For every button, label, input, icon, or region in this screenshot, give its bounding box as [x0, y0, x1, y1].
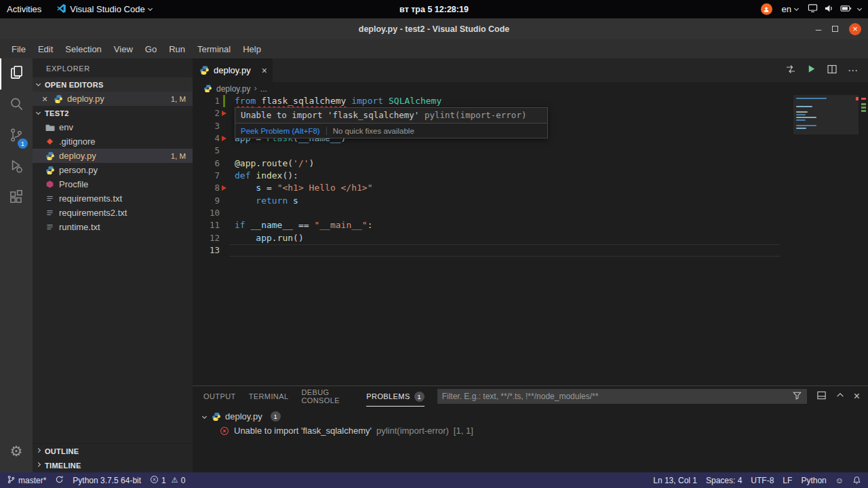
keyboard-layout-indicator[interactable]: en — [782, 4, 798, 14]
problems-filter-box[interactable] — [437, 389, 807, 404]
menu-terminal[interactable]: Terminal — [191, 44, 237, 54]
minimap-line — [796, 117, 816, 118]
notification-indicator[interactable] — [761, 3, 772, 15]
more-actions-icon[interactable]: ⋯ — [848, 64, 859, 77]
menu-go[interactable]: Go — [139, 44, 163, 54]
error-hover-tooltip[interactable]: Unable to import 'flask_sqlalchemy' pyli… — [235, 107, 548, 138]
open-changes-icon[interactable] — [785, 64, 796, 77]
language-mode[interactable]: Python — [801, 476, 826, 485]
line-number: 11 — [193, 219, 220, 231]
panel-tab-debug-console[interactable]: DEBUG CONSOLE — [301, 386, 353, 407]
bottom-panel: OUTPUTTERMINALDEBUG CONSOLEPROBLEMS1 × — [193, 386, 868, 472]
panel-tab-terminal[interactable]: TERMINAL — [249, 386, 289, 407]
chevron-down-icon — [202, 414, 207, 419]
python-interpreter[interactable]: Python 3.7.5 64-bit — [73, 476, 141, 485]
close-button[interactable]: × — [849, 23, 861, 35]
file-env[interactable]: env — [33, 120, 193, 134]
file-requirements2-txt[interactable]: requirements2.txt — [33, 206, 193, 220]
file-procfile[interactable]: Procfile — [33, 177, 193, 191]
activity-explorer[interactable] — [0, 58, 33, 90]
code-line-11[interactable]: 11if __name__ == "__main__": — [193, 219, 868, 231]
menu-file[interactable]: File — [5, 44, 32, 54]
problems-file-row[interactable]: deploy.py 1 — [193, 409, 868, 424]
python-icon — [203, 84, 213, 93]
code-line-5[interactable]: 5 — [193, 145, 868, 157]
problems-status[interactable]: 1 ⚠ 0 — [150, 475, 185, 486]
line-number: 10 — [193, 207, 220, 219]
editor-tab-bar: deploy.py × ⋯ — [193, 58, 868, 82]
panel-tab-problems[interactable]: PROBLEMS1 — [366, 386, 424, 407]
git-branch-status[interactable]: master* — [7, 475, 46, 486]
battery-icon — [840, 4, 852, 14]
file-requirements-txt[interactable]: requirements.txt — [33, 191, 193, 206]
panel-tab-label: OUTPUT — [203, 392, 236, 400]
open-editor-deploy-py[interactable]: ×deploy.py1, M — [33, 92, 193, 106]
menu-edit[interactable]: Edit — [32, 44, 59, 54]
restore-button[interactable] — [832, 26, 838, 32]
section-label: OPEN EDITORS — [45, 81, 104, 89]
file--gitignore[interactable]: .gitignore — [33, 134, 193, 149]
activities-button[interactable]: Activities — [7, 4, 41, 14]
line-number: 7 — [193, 170, 220, 182]
sync-button[interactable] — [55, 475, 64, 486]
tab-close-icon[interactable]: × — [262, 65, 267, 76]
minimap[interactable] — [793, 95, 859, 386]
breadcrumb-file[interactable]: deploy.py — [216, 84, 250, 94]
code-line-10[interactable]: 10 — [193, 207, 868, 219]
maximize-panel-icon[interactable] — [835, 390, 845, 402]
close-editor-icon[interactable]: × — [41, 94, 49, 105]
manage-button[interactable]: ⚙ — [0, 436, 33, 467]
code-line-6[interactable]: 6@app.route('/') — [193, 157, 868, 170]
activity-source-control[interactable]: 1 — [0, 121, 33, 152]
code-line-1[interactable]: 1from flask_sqlalchemy import SQLAlchemy — [193, 95, 868, 107]
eol-selector[interactable]: LF — [783, 476, 792, 485]
chevron-down-icon — [857, 5, 862, 10]
menu-selection[interactable]: Selection — [59, 44, 107, 54]
line-number: 2 — [193, 107, 220, 119]
problem-item[interactable]: Unable to import 'flask_sqlalchemy'pylin… — [193, 424, 868, 438]
menu-help[interactable]: Help — [237, 44, 267, 54]
split-editor-icon[interactable] — [827, 64, 837, 77]
clock[interactable]: вт тра 5 12:28:19 — [399, 5, 469, 14]
peek-problem-link[interactable]: Peek Problem (Alt+F8) — [241, 127, 320, 135]
line-content: if __name__ == "__main__": — [229, 219, 780, 231]
menu-run[interactable]: Run — [163, 44, 191, 54]
code-line-13[interactable]: 13 — [193, 244, 868, 257]
activity-search[interactable] — [0, 90, 33, 121]
code-line-7[interactable]: 7def index(): — [193, 170, 868, 182]
breadcrumb[interactable]: deploy.py › ... — [193, 82, 868, 95]
file-person-py[interactable]: person.py — [33, 163, 193, 177]
code-editor[interactable]: 1from flask_sqlalchemy import SQLAlchemy… — [193, 95, 868, 386]
notifications-bell-icon[interactable] — [852, 476, 861, 485]
code-line-9[interactable]: 9 return s — [193, 195, 868, 207]
indentation[interactable]: Spaces: 4 — [706, 476, 742, 485]
activity-run-debug[interactable] — [0, 152, 33, 183]
line-number: 12 — [193, 232, 220, 244]
run-python-file-button[interactable] — [806, 64, 816, 77]
code-line-8[interactable]: 8 s = "<h1> Hello </h1>" — [193, 182, 868, 194]
folder-section-header[interactable]: TEST2 — [33, 106, 193, 120]
app-menu[interactable]: Visual Studio Code — [56, 3, 151, 16]
timeline-header[interactable]: TIMELINE — [33, 458, 193, 472]
problems-filter-input[interactable] — [442, 392, 792, 401]
code-line-12[interactable]: 12 app.run() — [193, 232, 868, 244]
file-deploy-py[interactable]: deploy.py1, M — [33, 149, 193, 163]
system-status-area[interactable] — [808, 3, 861, 15]
outline-header[interactable]: OUTLINE — [33, 444, 193, 458]
git-branch-icon — [7, 475, 16, 486]
encoding[interactable]: UTF-8 — [751, 476, 774, 485]
python-icon — [53, 94, 63, 104]
tab-deploy-py[interactable]: deploy.py × — [193, 58, 273, 82]
open-editors-header[interactable]: OPEN EDITORS — [33, 77, 193, 92]
minimize-button[interactable]: – — [816, 26, 821, 33]
breadcrumb-symbol[interactable]: ... — [260, 84, 267, 94]
menu-view[interactable]: View — [108, 44, 139, 54]
activity-extensions[interactable] — [0, 183, 33, 214]
panel-tab-output[interactable]: OUTPUT — [203, 386, 236, 407]
close-panel-icon[interactable]: × — [854, 391, 860, 402]
feedback-smiley-icon[interactable]: ☺ — [835, 476, 844, 485]
file-runtime-txt[interactable]: runtime.txt — [33, 220, 193, 234]
titlebar[interactable]: deploy.py - test2 - Visual Studio Code –… — [0, 18, 868, 39]
cursor-position[interactable]: Ln 13, Col 1 — [653, 476, 697, 485]
open-panel-icon[interactable] — [816, 390, 827, 403]
